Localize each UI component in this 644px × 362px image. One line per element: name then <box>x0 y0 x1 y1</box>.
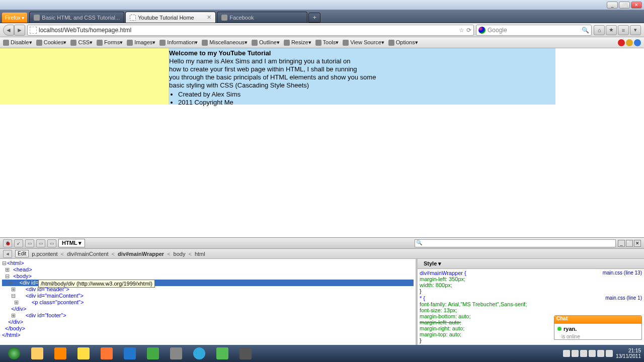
close-icon[interactable]: ✕ <box>207 14 211 21</box>
task-skype[interactable] <box>188 346 210 360</box>
forward-button[interactable]: ► <box>14 25 25 36</box>
tray-icon[interactable] <box>563 350 570 357</box>
tray-icon[interactable] <box>597 350 604 357</box>
start-button[interactable] <box>3 346 25 360</box>
wd-status-warn[interactable] <box>626 39 633 46</box>
clock[interactable]: 21:15 13/11/2011 <box>616 348 641 359</box>
inspect-button[interactable]: ➹ <box>14 239 23 247</box>
firebug-minimize[interactable]: _ <box>618 240 625 247</box>
crumb-html[interactable]: html <box>195 251 205 257</box>
wd-misc[interactable]: Miscellaneous▾ <box>202 39 248 46</box>
resize-icon <box>284 40 290 46</box>
tab-0[interactable]: Basic HTML and CSS Tutorial... <box>29 12 124 23</box>
disable-icon <box>3 40 9 46</box>
chat-widget[interactable]: Chat ryan. is online <box>554 315 642 340</box>
wd-status-info[interactable] <box>634 39 641 46</box>
crumb-maincontent[interactable]: div#mainContent <box>67 251 109 257</box>
downloads-button[interactable]: ▾ <box>630 25 641 35</box>
wd-viewsource[interactable]: View Source▾ <box>343 39 384 46</box>
back-button[interactable]: ◄ <box>3 25 14 36</box>
wd-outline[interactable]: Outline▾ <box>252 39 280 46</box>
task-app2[interactable] <box>211 346 233 360</box>
firebug-close[interactable]: ✕ <box>634 240 641 247</box>
bookmarks-button[interactable]: ★ <box>606 25 617 35</box>
xpath-tooltip: /html/body/div (http://www.w3.org/1999/x… <box>38 280 155 288</box>
webdev-toolbar: Disable▾ Cookies▾ CSS▾ Forms▾ Images▾ In… <box>0 37 644 48</box>
firebug-toolbar: 🐞 ➹ ▭ ▭ ▭ HTML ▾ _ ⬜ ✕ <box>0 238 644 249</box>
css-source-link[interactable]: main.css (line 1) <box>605 295 642 301</box>
app-icon <box>216 347 228 359</box>
wd-tools[interactable]: Tools▾ <box>315 39 339 46</box>
search-icon[interactable]: 🔍 <box>582 27 589 34</box>
tray-icon[interactable] <box>572 350 579 357</box>
tab-strip: Firefox ▾ Basic HTML and CSS Tutorial...… <box>0 10 644 23</box>
task-notes[interactable] <box>72 346 95 360</box>
crumb-pcontent[interactable]: p.pcontent <box>32 251 57 257</box>
task-explorer[interactable] <box>26 346 48 360</box>
reload-icon[interactable]: ⟳ <box>466 27 471 34</box>
wd-css[interactable]: CSS▾ <box>70 39 93 46</box>
task-firefox[interactable] <box>96 346 118 360</box>
home-button[interactable]: ⌂ <box>594 25 605 35</box>
edit-button[interactable]: Edit <box>15 250 29 257</box>
nav-icon[interactable]: ◄ <box>3 250 12 258</box>
firebug-search[interactable] <box>415 239 616 247</box>
style-tab[interactable]: Style ▾ <box>421 260 444 267</box>
tray-icon[interactable] <box>589 350 596 357</box>
toggle-button[interactable]: ▭ <box>25 239 34 247</box>
crumb-mainwrapper[interactable]: div#mainWrapper <box>118 251 164 257</box>
tray-icon[interactable] <box>606 350 613 357</box>
task-word[interactable] <box>119 346 141 360</box>
toggle-button[interactable]: ▭ <box>47 239 56 247</box>
wd-information[interactable]: Information▾ <box>159 39 198 46</box>
tab-label: Facebook <box>229 15 254 21</box>
new-tab-button[interactable]: + <box>308 13 320 23</box>
window-minimize[interactable]: _ <box>607 2 618 9</box>
tab-2[interactable]: Facebook <box>217 12 307 23</box>
task-dreamweaver[interactable] <box>142 346 164 360</box>
wd-status-error[interactable] <box>618 39 625 46</box>
app-icon <box>170 347 182 359</box>
body-text: you through the basic principals of HTML… <box>169 73 555 81</box>
wd-options[interactable]: Options▾ <box>388 39 418 46</box>
html-tree[interactable]: ⊟<html> ⊞ <head> ⊟ <body> ⊟ <div id="mai… <box>0 259 418 353</box>
chat-contact-name: ryan. <box>564 326 577 332</box>
task-media[interactable] <box>49 346 71 360</box>
toggle-button[interactable]: ▭ <box>36 239 45 247</box>
css-rules[interactable]: main.css (line 13) div#mainWrapper { mar… <box>418 269 644 353</box>
wd-forms[interactable]: Forms▾ <box>97 39 123 46</box>
url-bar[interactable]: localhost/WebTuts/homepage.html ☆⟳ <box>27 25 474 36</box>
firebug-popout[interactable]: ⬜ <box>626 240 633 247</box>
search-placeholder: Google <box>488 27 507 34</box>
wd-images[interactable]: Images▾ <box>127 39 155 46</box>
task-app3[interactable] <box>234 346 257 360</box>
wd-resize[interactable]: Resize▾ <box>284 39 311 46</box>
media-icon <box>54 347 66 359</box>
wd-cookies[interactable]: Cookies▾ <box>36 39 67 46</box>
chat-header[interactable]: Chat <box>554 316 641 324</box>
tab-1[interactable]: Youtube Tutorial Home✕ <box>125 12 216 23</box>
tray-icon[interactable] <box>580 350 587 357</box>
window-close[interactable]: ✕ <box>631 2 642 9</box>
page-icon <box>130 15 136 21</box>
windows-icon <box>8 347 20 359</box>
outline-icon <box>252 40 258 46</box>
firefox-icon <box>101 347 113 359</box>
firebug-panel-select[interactable]: HTML ▾ <box>58 239 85 247</box>
feed-button[interactable]: ≡ <box>618 25 629 35</box>
app-icon <box>239 347 252 359</box>
firebug-icon[interactable]: 🐞 <box>3 239 12 247</box>
css-source-link[interactable]: main.css (line 13) <box>603 270 642 276</box>
windows-taskbar: 21:15 13/11/2011 <box>0 345 644 362</box>
forms-icon <box>97 40 103 46</box>
firefox-menu-button[interactable]: Firefox ▾ <box>2 13 27 23</box>
wd-disable[interactable]: Disable▾ <box>3 39 32 46</box>
tab-label: Basic HTML and CSS Tutorial... <box>42 15 120 21</box>
search-bar[interactable]: Google 🔍 <box>476 25 592 36</box>
crumb-body[interactable]: body <box>174 251 186 257</box>
system-tray[interactable]: 21:15 13/11/2011 <box>563 348 641 359</box>
status-online-icon <box>557 327 561 331</box>
window-maximize[interactable]: ⬜ <box>619 2 630 9</box>
bookmark-star-icon[interactable]: ☆ <box>459 27 464 34</box>
task-app[interactable] <box>165 346 187 360</box>
